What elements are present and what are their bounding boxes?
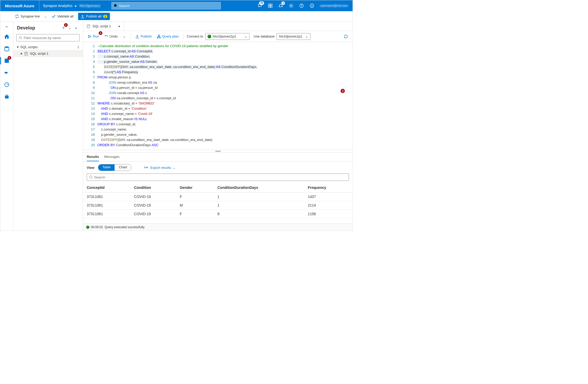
sync-icon [15, 14, 19, 18]
refresh-button[interactable] [342, 33, 349, 40]
search-icon [19, 36, 22, 40]
connect-value: hls10pocws1p1 [213, 34, 236, 38]
export-icon [145, 166, 149, 169]
col-header[interactable]: Frequency [304, 183, 353, 193]
undo-button[interactable]: Undo [103, 33, 119, 39]
tree-item-sqlscript1[interactable]: SQL script 1 [13, 50, 83, 57]
tree-group-label: SQL scripts [20, 45, 38, 49]
svg-point-8 [310, 4, 314, 8]
tab-dirty-icon[interactable]: ● [118, 24, 120, 28]
rail-data[interactable] [0, 43, 13, 54]
collapse-panel-button[interactable]: « [73, 25, 79, 31]
rail-home[interactable] [0, 31, 13, 42]
caret-icon: ▸ [75, 4, 77, 8]
crumb-synapse[interactable]: Synapse Analytics [43, 4, 73, 8]
rail-monitor[interactable] [0, 79, 13, 90]
status-bar: 00:00:02 Query executed successfully. [83, 223, 353, 231]
brand[interactable]: Microsoft Azure [0, 0, 39, 11]
chevron-down-icon: ⌄ [305, 34, 308, 38]
annotation-3: 3 [341, 89, 345, 93]
view-toggle[interactable]: Table Chart [98, 164, 132, 171]
rail-integrate[interactable] [0, 67, 13, 78]
top-bar: Microsoft Azure Synapse Analytics ▸ hls1… [0, 0, 353, 11]
pane-resizer[interactable] [83, 150, 353, 152]
status-msg: Query executed successfully. [105, 225, 145, 229]
global-search[interactable] [111, 2, 221, 9]
directories-button[interactable] [266, 0, 275, 11]
feedback-button[interactable]: 35 [255, 0, 265, 11]
search-input[interactable] [119, 4, 218, 8]
status-ok-icon [208, 35, 211, 38]
tree-item-label: SQL script 1 [30, 52, 48, 55]
view-chart[interactable]: Chart [115, 164, 131, 171]
svg-point-25 [90, 176, 92, 178]
tree-group-sql[interactable]: ▾ SQL scripts 1 [13, 44, 83, 50]
synapse-live-label: Synapse live [21, 14, 40, 18]
filter-input[interactable] [24, 36, 77, 40]
publish-label: Publish all [86, 14, 101, 18]
query-plan-button[interactable]: Query plan [155, 33, 180, 39]
publish-button[interactable]: Publish [134, 33, 153, 39]
export-results-button[interactable]: Export results ⌄ [143, 165, 177, 171]
panel-more-button[interactable]: ⌄ [67, 25, 73, 31]
play-icon [88, 35, 91, 38]
search-icon [89, 175, 93, 179]
status-ok-icon [86, 226, 89, 229]
add-resource-button[interactable]: +2 [60, 25, 67, 31]
modified-dot-icon [21, 53, 22, 54]
results-search-input[interactable] [94, 175, 347, 179]
command-bar: Synapse live ⌄ Validate all Publish all … [0, 11, 353, 22]
connect-to-dropdown[interactable]: hls10pocws1p1 ⌄ [205, 33, 249, 40]
synapse-live-dropdown[interactable]: Synapse live ⌄ [15, 14, 47, 18]
filter-box[interactable] [16, 34, 80, 41]
chevron-down-icon: ⌄ [44, 14, 47, 18]
use-database-dropdown[interactable]: hls10pocws1p1 ⌄ [277, 33, 310, 40]
col-header[interactable]: Condition [130, 183, 176, 193]
crumb-workspace[interactable]: hls10pocws1 [79, 4, 101, 8]
code-content[interactable]: --Calculate distribution of condition du… [97, 42, 353, 150]
code-editor[interactable]: 1234567891011121314151617181920 --Calcul… [83, 42, 353, 150]
left-rail: » 1 [0, 22, 13, 231]
publish-icon [135, 35, 139, 38]
svg-point-10 [313, 5, 313, 5]
table-row[interactable]: 37311061COVID-19M12114 [83, 201, 353, 210]
table-row[interactable]: 37311061COVID-19F11437 [83, 193, 353, 201]
run-label: Run [93, 34, 99, 38]
svg-rect-4 [268, 6, 270, 8]
results-search[interactable] [87, 174, 349, 181]
messages-tab[interactable]: Messages [104, 155, 120, 161]
feedback-smiley-button[interactable] [307, 0, 317, 11]
toolbar-more-button[interactable]: ⌄ [121, 33, 127, 39]
separator [183, 34, 184, 39]
search-icon [114, 4, 117, 8]
view-table[interactable]: Table [98, 164, 115, 171]
col-header[interactable]: Gender [176, 183, 214, 193]
notif-badge: 2 [282, 1, 285, 5]
rail-develop[interactable]: 1 [0, 55, 13, 66]
tab-sqlscript1[interactable]: SQL script 1 ● [83, 22, 124, 31]
settings-button[interactable] [286, 0, 296, 11]
run-button[interactable]: Run 4 [86, 33, 101, 39]
notifications-button[interactable]: 2 [276, 0, 285, 11]
expand-rail-button[interactable]: » [0, 23, 13, 29]
panel-title: Develop [17, 25, 60, 31]
script-icon [24, 52, 28, 55]
editor-toolbar: Run 4 Undo ⌄ Publish Query plan Connect … [83, 31, 353, 42]
script-icon [87, 24, 90, 28]
undo-label: Undo [110, 34, 118, 38]
svg-line-26 [92, 178, 92, 179]
user-account[interactable]: username@microso [318, 4, 350, 8]
col-header[interactable]: ConditionDurationDays [214, 183, 304, 193]
svg-point-0 [114, 4, 117, 7]
svg-rect-24 [159, 37, 160, 38]
help-button[interactable] [297, 0, 306, 11]
col-header[interactable]: ConceptId [83, 183, 130, 193]
results-tab[interactable]: Results [87, 155, 99, 161]
publish-all-button[interactable]: Publish all 1 [78, 13, 110, 20]
svg-point-15 [19, 36, 22, 39]
separator [130, 34, 131, 39]
validate-all-button[interactable]: Validate all [52, 14, 74, 18]
table-row[interactable]: 37311061COVID-19F81156 [83, 210, 353, 218]
plan-icon [157, 35, 161, 38]
rail-manage[interactable] [0, 91, 13, 102]
